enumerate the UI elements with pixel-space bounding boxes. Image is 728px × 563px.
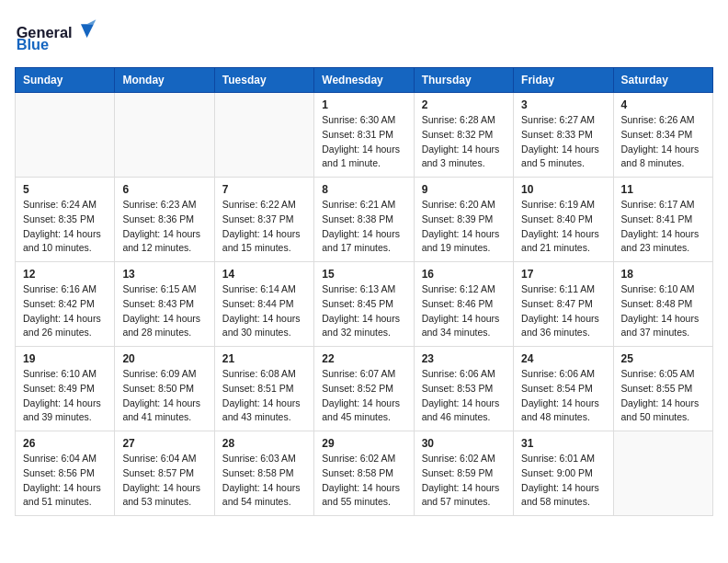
day-number: 14 (222, 268, 306, 281)
cell-line: Sunrise: 6:30 AM (322, 114, 395, 125)
cell-line: Sunrise: 6:16 AM (23, 283, 97, 294)
cell-line: Sunrise: 6:02 AM (322, 453, 395, 464)
cell-line: Sunset: 8:49 PM (23, 383, 95, 394)
cell-line: Daylight: 14 hours (23, 228, 101, 239)
cell-line: Daylight: 14 hours (322, 313, 400, 324)
day-number: 7 (222, 183, 306, 196)
cell-line: Sunset: 8:59 PM (422, 467, 494, 478)
cell-line: Sunset: 8:44 PM (222, 298, 294, 309)
cell-line: and 15 minutes. (222, 242, 291, 253)
cell-line: Sunset: 8:53 PM (422, 383, 494, 394)
cell-line: and 53 minutes. (122, 496, 191, 507)
cell-line: Sunset: 8:37 PM (222, 213, 294, 224)
calendar-cell: 14Sunrise: 6:14 AMSunset: 8:44 PMDayligh… (214, 262, 313, 347)
calendar-cell: 18Sunrise: 6:10 AMSunset: 8:48 PMDayligh… (613, 262, 712, 347)
svg-marker-2 (81, 24, 94, 38)
calendar-cell: 15Sunrise: 6:13 AMSunset: 8:45 PMDayligh… (314, 262, 414, 347)
cell-line: Sunrise: 6:15 AM (122, 283, 196, 294)
day-number: 1 (322, 98, 405, 111)
cell-info: Sunrise: 6:15 AMSunset: 8:43 PMDaylight:… (122, 282, 206, 340)
cell-line: Sunset: 8:51 PM (222, 383, 294, 394)
cell-info: Sunrise: 6:04 AMSunset: 8:56 PMDaylight:… (23, 452, 107, 510)
calendar-week-3: 12Sunrise: 6:16 AMSunset: 8:42 PMDayligh… (16, 262, 713, 347)
day-number: 17 (521, 268, 605, 281)
cell-line: and 23 minutes. (621, 242, 690, 253)
cell-line: Daylight: 14 hours (521, 313, 599, 324)
calendar-header: SundayMondayTuesdayWednesdayThursdayFrid… (16, 68, 713, 93)
cell-line: Sunset: 8:58 PM (222, 467, 294, 478)
cell-info: Sunrise: 6:06 AMSunset: 8:54 PMDaylight:… (521, 367, 605, 425)
cell-line: Sunrise: 6:14 AM (222, 283, 296, 294)
cell-line: Sunrise: 6:28 AM (422, 114, 495, 125)
calendar-week-5: 26Sunrise: 6:04 AMSunset: 8:56 PMDayligh… (16, 431, 713, 516)
cell-line: Sunrise: 6:10 AM (621, 283, 695, 294)
cell-line: and 10 minutes. (23, 242, 92, 253)
cell-info: Sunrise: 6:23 AMSunset: 8:36 PMDaylight:… (122, 198, 206, 256)
calendar-cell: 23Sunrise: 6:06 AMSunset: 8:53 PMDayligh… (414, 347, 513, 431)
cell-line: Sunrise: 6:04 AM (23, 453, 97, 464)
cell-line: Sunset: 8:55 PM (621, 383, 693, 394)
cell-line: Daylight: 14 hours (422, 144, 500, 155)
cell-line: Sunset: 8:50 PM (122, 383, 194, 394)
cell-line: and 58 minutes. (521, 496, 590, 507)
calendar-cell (214, 93, 313, 178)
day-number: 11 (621, 183, 705, 196)
cell-info: Sunrise: 6:16 AMSunset: 8:42 PMDaylight:… (23, 282, 107, 340)
cell-line: Sunrise: 6:10 AM (23, 368, 97, 379)
cell-line: and 1 minute. (322, 157, 381, 168)
cell-line: Daylight: 14 hours (222, 228, 301, 239)
cell-info: Sunrise: 6:02 AMSunset: 8:59 PMDaylight:… (422, 452, 506, 510)
calendar-cell: 4Sunrise: 6:26 AMSunset: 8:34 PMDaylight… (613, 93, 712, 178)
cell-line: and 41 minutes. (122, 411, 191, 422)
cell-info: Sunrise: 6:07 AMSunset: 8:52 PMDaylight:… (322, 367, 405, 425)
day-number: 12 (23, 268, 107, 281)
page-header: General Blue (15, 15, 713, 56)
svg-text:Blue: Blue (17, 36, 49, 52)
cell-line: and 45 minutes. (322, 411, 391, 422)
cell-info: Sunrise: 6:10 AMSunset: 8:48 PMDaylight:… (621, 282, 705, 340)
cell-line: Sunset: 8:45 PM (322, 298, 393, 309)
cell-line: Sunrise: 6:17 AM (621, 199, 695, 210)
cell-line: Sunrise: 6:26 AM (621, 114, 695, 125)
cell-line: Sunrise: 6:20 AM (422, 199, 495, 210)
cell-line: and 51 minutes. (23, 496, 92, 507)
cell-info: Sunrise: 6:26 AMSunset: 8:34 PMDaylight:… (621, 113, 705, 171)
calendar-cell: 21Sunrise: 6:08 AMSunset: 8:51 PMDayligh… (214, 347, 313, 431)
cell-line: Sunrise: 6:05 AM (621, 368, 695, 379)
day-number: 23 (422, 352, 506, 365)
cell-line: Sunset: 8:32 PM (422, 129, 494, 140)
cell-line: Sunset: 8:56 PM (23, 467, 95, 478)
day-number: 3 (521, 98, 605, 111)
weekday-header-monday: Monday (115, 68, 214, 93)
calendar-cell: 30Sunrise: 6:02 AMSunset: 8:59 PMDayligh… (414, 431, 513, 516)
calendar-week-2: 5Sunrise: 6:24 AMSunset: 8:35 PMDaylight… (16, 178, 713, 262)
day-number: 28 (222, 437, 306, 450)
calendar-cell: 19Sunrise: 6:10 AMSunset: 8:49 PMDayligh… (16, 347, 115, 431)
cell-line: Daylight: 14 hours (621, 144, 700, 155)
cell-line: Sunrise: 6:21 AM (322, 199, 395, 210)
cell-line: Sunset: 9:00 PM (521, 467, 593, 478)
calendar-cell: 12Sunrise: 6:16 AMSunset: 8:42 PMDayligh… (16, 262, 115, 347)
day-number: 25 (621, 352, 705, 365)
day-number: 19 (23, 352, 107, 365)
day-number: 6 (122, 183, 206, 196)
calendar-cell: 28Sunrise: 6:03 AMSunset: 8:58 PMDayligh… (214, 431, 313, 516)
cell-line: Daylight: 14 hours (122, 228, 200, 239)
cell-line: Sunset: 8:47 PM (521, 298, 593, 309)
cell-line: and 55 minutes. (322, 496, 391, 507)
cell-line: Sunset: 8:43 PM (122, 298, 194, 309)
cell-line: and 37 minutes. (621, 327, 690, 338)
cell-line: Daylight: 14 hours (521, 144, 599, 155)
day-number: 31 (521, 437, 605, 450)
day-number: 2 (422, 98, 506, 111)
cell-line: Daylight: 14 hours (621, 313, 700, 324)
cell-line: Sunrise: 6:07 AM (322, 368, 395, 379)
cell-line: Daylight: 14 hours (521, 228, 599, 239)
calendar-cell: 5Sunrise: 6:24 AMSunset: 8:35 PMDaylight… (16, 178, 115, 262)
cell-info: Sunrise: 6:20 AMSunset: 8:39 PMDaylight:… (422, 198, 506, 256)
cell-info: Sunrise: 6:14 AMSunset: 8:44 PMDaylight:… (222, 282, 306, 340)
weekday-header-friday: Friday (514, 68, 613, 93)
cell-line: Sunrise: 6:04 AM (122, 453, 196, 464)
cell-line: Daylight: 14 hours (521, 482, 599, 493)
cell-info: Sunrise: 6:22 AMSunset: 8:37 PMDaylight:… (222, 198, 306, 256)
